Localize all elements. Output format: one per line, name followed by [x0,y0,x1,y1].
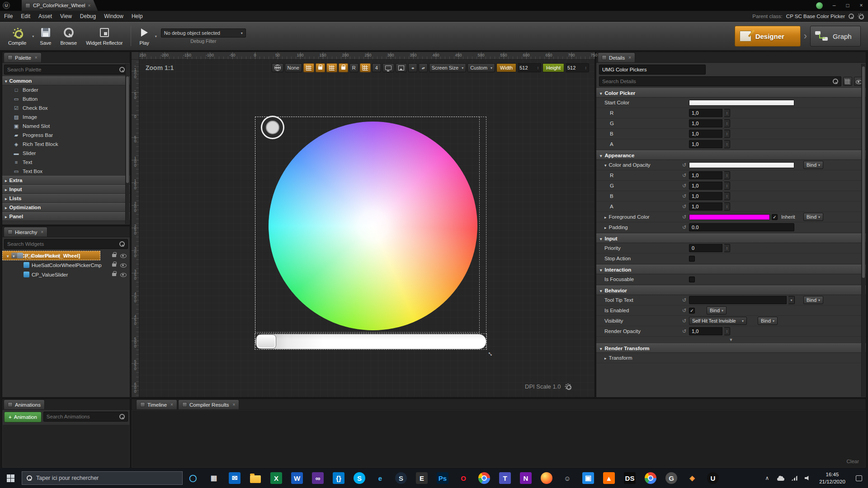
preview-image-button[interactable] [396,63,407,72]
action-center-button[interactable] [850,468,868,488]
photos[interactable]: ▣ [578,468,599,488]
tab-palette[interactable]: Palette × [4,52,42,62]
palette-item[interactable]: ▰ Progress Bar [2,131,130,140]
epic-games[interactable]: E [411,468,432,488]
save-button[interactable]: Save [35,23,56,49]
lock-icon[interactable] [112,254,116,257]
value-slider[interactable] [255,334,486,349]
blender[interactable]: ◈ [682,468,703,488]
inherit-checkbox[interactable] [772,214,778,220]
graph-mode-button[interactable]: Graph [810,26,861,47]
palette-item[interactable]: ▣ Named Slot [2,122,130,131]
is-enabled-checkbox[interactable] [689,308,695,314]
network-tray-icon[interactable] [788,468,801,488]
debug-object-dropdown[interactable]: No debug object selected [161,28,246,38]
bind-button[interactable]: Bind [758,317,778,325]
section-color-picker[interactable]: Color Picker [596,88,866,98]
palette-search-input[interactable] [7,67,117,72]
chevron-down-icon[interactable] [788,296,795,304]
hierarchy-search-input[interactable] [7,241,117,247]
widget-reflector-button[interactable]: Widget Reflector [81,23,127,49]
section-behavior[interactable]: Behavior [596,286,866,295]
tab-timeline[interactable]: Timeline × [136,399,177,409]
cortana[interactable]: ◯ [183,468,203,488]
menu-item[interactable]: Asset [34,11,56,22]
vscode[interactable]: {} [328,468,349,488]
hierarchy-tab-close-icon[interactable]: × [41,230,43,235]
spinner-icon[interactable] [724,119,730,127]
excel[interactable]: X [266,468,287,488]
chrome[interactable] [474,468,495,488]
taskbar-clock[interactable]: 16:45 21/12/2020 [815,471,850,485]
rotation-mode-button[interactable]: R [349,63,359,72]
steam[interactable]: S [391,468,411,488]
advanced-expander[interactable] [596,337,866,343]
asset-tab-close-icon[interactable]: × [88,3,91,8]
resize-handle-icon[interactable] [486,348,496,358]
bind-button[interactable]: Bind [803,296,823,304]
tab-compiler-results[interactable]: Compiler Results × [178,399,239,409]
firefox[interactable] [536,468,557,488]
a-value-field[interactable]: 1,0 [689,202,722,211]
screen-size-dropdown[interactable]: Screen Size [429,63,466,72]
start-color-swatch[interactable] [689,100,794,106]
chrome-2[interactable] [640,468,661,488]
property-matrix-button[interactable] [843,77,852,86]
snap-toggle-button[interactable] [326,63,337,72]
foreground-color-swatch[interactable] [689,214,770,220]
reset-to-default-icon[interactable] [682,308,686,314]
reset-to-default-icon[interactable] [682,214,686,220]
palette-item[interactable]: ▭ Button [2,94,130,103]
compile-button[interactable]: Compile [4,23,31,49]
play-button[interactable]: Play [135,23,153,49]
spinner-icon[interactable] [724,192,730,200]
lock-toggle-button[interactable] [316,63,325,72]
design-canvas[interactable]: Zoom 1:1 None R 4 ◂▸ ▴▾ Screen Size Cust… [139,60,594,397]
minimize-button[interactable]: – [827,0,841,11]
r-value-field[interactable]: 1,0 [689,109,722,117]
spinner-icon[interactable] [724,327,730,335]
r-value-field[interactable]: 1,0 [689,171,722,179]
tool-tip-text-field[interactable] [689,296,787,304]
volume-tray-icon[interactable] [801,468,815,488]
play-options-caret-icon[interactable] [154,34,158,38]
hierarchy-row-value-slider[interactable]: CP_ValueSlider [2,270,130,279]
reset-to-default-icon[interactable] [682,173,686,178]
palette-item[interactable]: ▭ Text Box [2,167,130,176]
animations-search[interactable] [43,412,128,422]
palette-group-common[interactable]: Common [2,76,130,85]
word[interactable]: W [287,468,307,488]
gimp[interactable]: G [661,468,682,488]
details-tab-close-icon[interactable]: × [628,55,631,60]
menu-item[interactable]: Debug [76,11,100,22]
ds[interactable]: DS [619,468,640,488]
teams[interactable]: T [495,468,515,488]
taskbar-search[interactable]: Taper ici pour rechercher [22,471,183,485]
menu-item[interactable]: Window [100,11,127,22]
palette-group[interactable]: Input [2,185,130,194]
dpi-settings-gear-icon[interactable] [565,384,571,389]
add-animation-button[interactable]: + Animation [4,412,42,422]
preview-monitor-button[interactable] [382,63,394,72]
palette-item[interactable]: ▬ Slider [2,149,130,158]
menu-item[interactable]: View [56,11,76,22]
tab-details[interactable]: Details × [598,52,635,62]
palette-tab-close-icon[interactable]: × [35,55,38,60]
browse-button[interactable]: Browse [56,23,81,49]
height-value-field[interactable]: 512 [566,63,589,72]
spinner-icon[interactable] [724,109,730,117]
lock-aspect-button[interactable] [339,63,348,72]
palette-search[interactable] [4,65,128,75]
padding-field[interactable]: 0.0 [689,223,794,231]
palette-group[interactable]: Lists [2,194,130,203]
flag-dropdown-button[interactable]: None [285,63,302,72]
visibility-eye-icon[interactable] [120,272,126,277]
spinner-icon[interactable] [724,130,730,138]
tab-animations[interactable]: Animations [4,399,45,409]
value-slider-handle[interactable] [256,334,276,349]
color-picker-handle[interactable] [262,117,283,138]
bind-button[interactable]: Bind [803,213,823,221]
b-value-field[interactable]: 1,0 [689,192,722,200]
clear-button[interactable]: Clear [847,459,859,464]
visibility-dropdown[interactable]: Self Hit Test Invisible [689,317,747,325]
